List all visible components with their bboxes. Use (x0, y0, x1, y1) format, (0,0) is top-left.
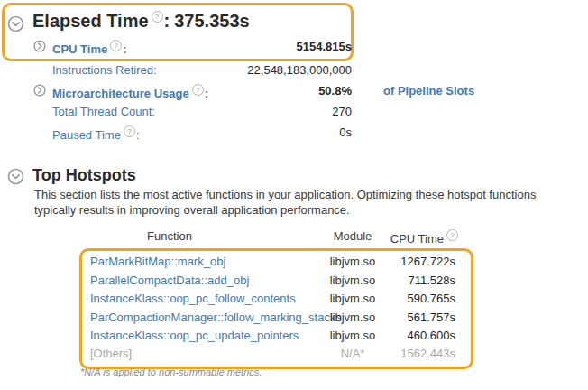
cpu-time-cell: 561.757s (408, 311, 456, 324)
vtune-summary-page: Elapsed Time?:375.353s CPU Time?: 5154.8… (0, 0, 588, 390)
total-thread-count-label: Total Thread Count: (52, 105, 155, 118)
elapsed-time-heading: Elapsed Time?:375.353s (32, 11, 250, 32)
function-link[interactable]: InstanceKlass::oop_pc_update_pointers (90, 329, 299, 342)
elapsed-time-label: Elapsed Time (32, 11, 149, 31)
table-row: InstanceKlass::oop_pc_follow_contents li… (79, 292, 472, 306)
metric-label-text: Paused Time (52, 128, 121, 142)
column-header-module: Module (326, 229, 379, 243)
microarchitecture-usage-value: 50.8% (318, 84, 352, 98)
microarchitecture-usage-label: Microarchitecture Usage?: (52, 84, 208, 100)
help-icon[interactable]: ? (124, 125, 135, 137)
metric-row-paused-time: Paused Time?: 0s (0, 125, 352, 140)
na-footnote: *N/A is applied to non-summable metrics. (80, 367, 262, 377)
function-link[interactable]: ParCompactionManager::follow_marking_sta… (90, 311, 342, 324)
help-icon[interactable]: ? (152, 11, 163, 23)
collapse-section-icon[interactable] (7, 15, 24, 36)
table-row: InstanceKlass::oop_pc_update_pointers li… (79, 329, 472, 343)
metric-label-text: Total Thread Count (52, 105, 152, 118)
table-row: ParMarkBitMap::mark_obj libjvm.so 1267.7… (79, 255, 472, 269)
cpu-time-label: CPU Time?: (52, 40, 127, 56)
paused-time-value: 0s (339, 125, 352, 139)
help-icon[interactable]: ? (110, 40, 122, 51)
table-row: ParallelCompactData::add_obj libjvm.so 7… (79, 274, 472, 288)
table-row: ParCompactionManager::follow_marking_sta… (79, 311, 472, 325)
metric-label-text: CPU Time (52, 42, 107, 56)
pipeline-slots-link[interactable]: of Pipeline Slots (383, 84, 474, 98)
metric-row-instructions-retired: Instructions Retired: 22,548,183,000,000 (0, 63, 352, 78)
module-cell: libjvm.so (326, 292, 379, 305)
column-header-function: Function (90, 229, 249, 243)
metric-row-total-thread-count: Total Thread Count: 270 (0, 105, 352, 119)
column-header-cpu-time: CPU Time? (390, 229, 459, 246)
others-cell: [Others] (90, 347, 132, 360)
module-cell: libjvm.so (326, 311, 379, 324)
metric-row-cpu-time: CPU Time?: 5154.815s (0, 40, 352, 54)
function-link[interactable]: ParallelCompactData::add_obj (90, 274, 249, 287)
function-link[interactable]: ParMarkBitMap::mark_obj (90, 255, 225, 268)
instructions-retired-label: Instructions Retired: (52, 63, 157, 77)
help-icon[interactable]: ? (192, 84, 204, 96)
cpu-time-cell: 1562.443s (400, 347, 455, 360)
colon: : (152, 105, 155, 118)
column-header-cpu-time-text: CPU Time (390, 232, 444, 246)
cpu-time-cell: 460.600s (408, 329, 456, 342)
metric-row-microarchitecture-usage: Microarchitecture Usage?: 50.8% (0, 84, 352, 98)
hotspots-table-header: Function Module CPU Time? (79, 229, 472, 244)
colon: : (123, 42, 126, 56)
instructions-retired-value: 22,548,183,000,000 (247, 63, 352, 77)
cpu-time-value: 5154.815s (297, 40, 352, 53)
module-cell: N/A* (326, 347, 379, 360)
cpu-time-cell: 1267.722s (400, 255, 455, 268)
collapse-section-icon[interactable] (7, 168, 24, 189)
table-row-others: [Others] N/A* 1562.443s (79, 347, 472, 361)
top-hotspots-description: This section lists the most active funct… (34, 188, 575, 218)
function-link[interactable]: InstanceKlass::oop_pc_follow_contents (90, 292, 296, 305)
help-icon[interactable]: ? (446, 229, 458, 241)
module-cell: libjvm.so (326, 274, 379, 287)
top-hotspots-heading: Top Hotspots (32, 166, 136, 185)
colon: : (153, 63, 157, 77)
elapsed-time-value: 375.353s (174, 11, 249, 31)
colon: : (164, 11, 170, 31)
metric-label-text: Instructions Retired (52, 63, 153, 77)
paused-time-label: Paused Time?: (52, 125, 140, 142)
total-thread-count-value: 270 (332, 105, 352, 118)
cpu-time-cell: 590.765s (408, 292, 456, 305)
cpu-time-cell: 711.528s (408, 274, 455, 287)
colon: : (205, 87, 208, 100)
metric-label-text: Microarchitecture Usage (52, 87, 189, 100)
module-cell: libjvm.so (326, 329, 379, 342)
colon: : (136, 128, 140, 142)
module-cell: libjvm.so (326, 255, 379, 268)
